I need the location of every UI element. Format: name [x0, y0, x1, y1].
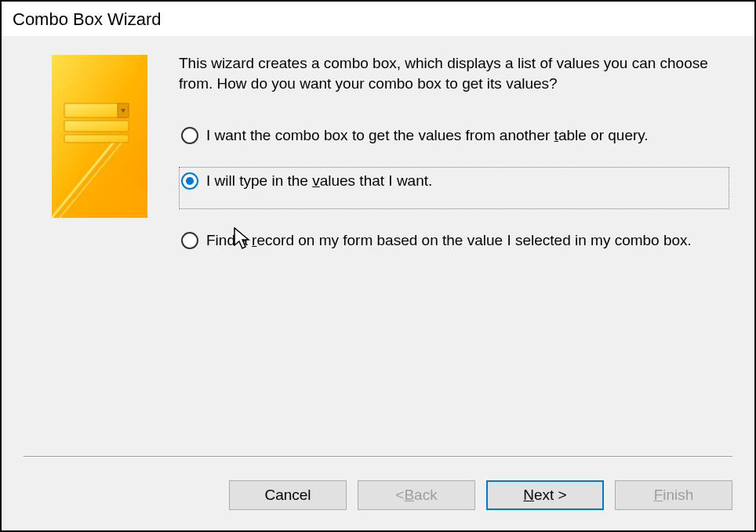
option-find-record[interactable]: Find a record on my form based on the va… [179, 226, 729, 255]
wizard-intro-text: This wizard creates a combo box, which d… [179, 53, 729, 93]
svg-rect-8 [64, 135, 129, 143]
svg-rect-7 [64, 121, 129, 132]
separator [24, 456, 732, 457]
cancel-button[interactable]: Cancel [229, 480, 347, 510]
radio-icon [181, 127, 198, 144]
wizard-illustration [52, 55, 147, 222]
option-label: I will type in the values that I want. [206, 171, 432, 191]
finish-button: Finish [615, 480, 732, 510]
back-button: < Back [358, 480, 475, 510]
radio-icon [181, 172, 198, 190]
wizard-body: This wizard creates a combo box, which d… [2, 36, 754, 530]
radio-icon [181, 232, 198, 249]
option-type-values[interactable]: I will type in the values that I want. [179, 167, 729, 209]
option-label: Find a record on my form based on the va… [206, 230, 692, 251]
window-title: Combo Box Wizard [2, 2, 754, 36]
next-button[interactable]: Next > [486, 480, 604, 510]
option-table-or-query[interactable]: I want the combo box to get the values f… [179, 121, 729, 150]
option-label: I want the combo box to get the values f… [206, 125, 649, 146]
